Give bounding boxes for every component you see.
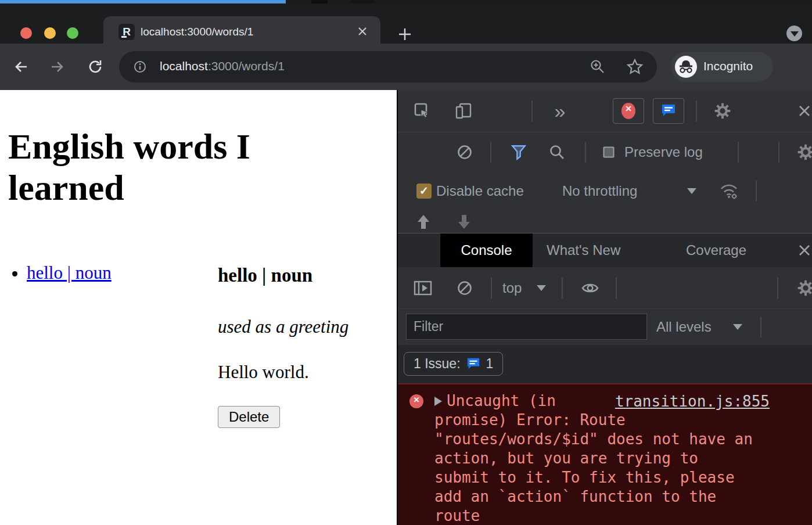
preserve-log-label[interactable]: Preserve log	[624, 144, 703, 160]
tab-whats-new[interactable]: What's New	[547, 242, 620, 258]
tab-strip: R localhost:3000/words/1	[0, 3, 812, 44]
filter-funnel-icon[interactable]	[511, 144, 527, 160]
console-filter-input[interactable]	[406, 314, 647, 340]
delete-button[interactable]: Delete	[218, 406, 280, 428]
network-settings-gear-icon[interactable]	[796, 143, 812, 161]
devtools-close-icon[interactable]	[797, 104, 811, 118]
expand-triangle-icon[interactable]	[434, 397, 442, 406]
error-message-text: Uncaught (in promise) Error: Route "rout…	[434, 392, 753, 524]
console-error-message: Uncaught (in promise) Error: Route "rout…	[434, 391, 806, 525]
zoom-icon[interactable]	[590, 59, 606, 75]
error-badge-icon	[621, 103, 635, 119]
fullscreen-window-button[interactable]	[67, 27, 78, 39]
incognito-badge: Incognito	[671, 52, 773, 82]
issue-count: 1	[486, 356, 494, 372]
browser-toolbar: localhost:3000/words/1 Incognito	[0, 44, 812, 90]
error-level-icon	[409, 394, 423, 408]
console-issue-row: 1 Issue: 1	[398, 345, 812, 383]
tab-console-label: Console	[440, 242, 533, 258]
console-toolbar: top	[398, 267, 812, 309]
word-definition: used as a greeting	[218, 317, 348, 337]
word-detail-title: hello | noun	[218, 265, 348, 286]
back-icon[interactable]	[13, 59, 29, 75]
word-example: Hello world.	[218, 362, 348, 383]
console-sidebar-icon[interactable]	[414, 281, 432, 296]
browser-tab[interactable]: R localhost:3000/words/1	[103, 16, 380, 47]
drawer-close-icon[interactable]	[797, 243, 811, 257]
error-count-button[interactable]	[613, 98, 644, 124]
browser-window: R localhost:3000/words/1 localhost:300	[0, 0, 812, 525]
word-link[interactable]: hello | noun	[27, 262, 112, 283]
minimize-window-button[interactable]	[44, 27, 56, 39]
forward-icon[interactable]	[49, 59, 66, 75]
devtools-main-toolbar	[398, 90, 812, 132]
console-context-select[interactable]: top	[502, 280, 522, 296]
issues-chat-icon	[660, 103, 677, 118]
log-levels-select[interactable]: All levels	[656, 319, 712, 335]
network-toolbar: Preserve log	[398, 132, 812, 171]
tab-title: localhost:3000/words/1	[141, 26, 253, 38]
throttling-select[interactable]: No throttling	[562, 183, 637, 199]
search-icon[interactable]	[549, 144, 565, 160]
incognito-label: Incognito	[703, 59, 753, 73]
error-source-link[interactable]: transition.js:855	[615, 393, 770, 410]
levels-caret-icon[interactable]	[733, 324, 742, 330]
incognito-icon	[675, 56, 697, 78]
tab-close-icon[interactable]	[357, 26, 368, 37]
disable-cache-checkbox[interactable]	[416, 184, 432, 199]
network-conditions-row: Disable cache No throttling	[398, 171, 812, 211]
tab-console[interactable]: Console	[440, 233, 533, 267]
word-detail: hello | noun used as a greeting Hello wo…	[218, 265, 348, 428]
clear-console-icon[interactable]	[457, 280, 473, 296]
disable-cache-label[interactable]: Disable cache	[436, 183, 524, 199]
url-host: localhost	[160, 59, 208, 73]
issue-label: 1 Issue:	[414, 356, 461, 372]
tab-coverage[interactable]: Coverage	[686, 242, 746, 258]
context-caret-icon[interactable]	[537, 285, 546, 291]
page-content: English words I learned hello | noun hel…	[0, 90, 397, 525]
clear-network-log-icon[interactable]	[457, 144, 473, 160]
remix-favicon-icon: R	[118, 24, 135, 40]
issues-counter-button[interactable]: 1 Issue: 1	[404, 352, 503, 376]
inspect-element-icon[interactable]	[414, 102, 431, 120]
issue-chat-icon	[466, 357, 481, 371]
download-har-icon[interactable]	[457, 214, 471, 229]
preserve-log-checkbox[interactable]	[603, 146, 615, 157]
bookmark-star-icon[interactable]	[626, 58, 644, 75]
settings-gear-icon[interactable]	[713, 102, 732, 120]
console-error-entry[interactable]: Uncaught (in promise) Error: Route "rout…	[398, 383, 812, 525]
har-import-export-row	[398, 211, 812, 233]
more-panels-icon[interactable]	[555, 100, 566, 123]
url-text[interactable]: localhost:3000/words/1	[160, 59, 285, 73]
address-bar[interactable]: localhost:3000/words/1	[119, 51, 657, 82]
url-path: :3000/words/1	[208, 59, 285, 73]
issues-button[interactable]	[653, 98, 684, 124]
reload-icon[interactable]	[87, 59, 103, 75]
site-info-icon[interactable]	[133, 60, 147, 74]
page-title: English words I learned	[8, 126, 357, 209]
live-expression-eye-icon[interactable]	[581, 281, 599, 295]
device-toolbar-icon[interactable]	[455, 102, 472, 120]
console-filter-row: All levels	[398, 309, 812, 345]
throttling-caret-icon[interactable]	[687, 188, 696, 194]
close-window-button[interactable]	[20, 27, 32, 39]
network-conditions-icon[interactable]	[719, 182, 739, 200]
upload-har-icon[interactable]	[416, 214, 430, 229]
console-settings-gear-icon[interactable]	[796, 279, 812, 297]
drawer-tab-bar: Console What's New Coverage	[398, 233, 812, 267]
tab-search-button[interactable]	[786, 26, 802, 41]
devtools-panel: Preserve log Disable cache No throttling	[397, 90, 812, 525]
new-tab-button[interactable]	[397, 27, 412, 42]
